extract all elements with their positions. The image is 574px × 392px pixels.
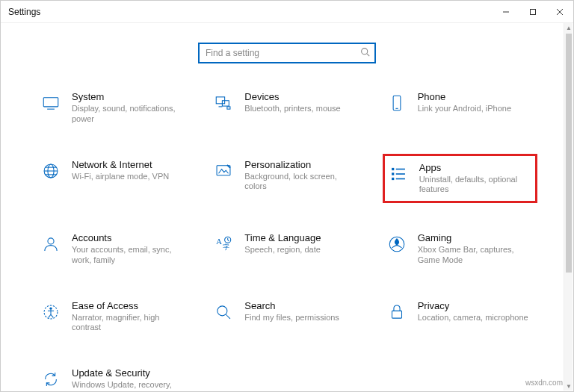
svg-point-26 <box>48 238 54 244</box>
tile-title: System <box>72 91 184 102</box>
window-buttons <box>493 1 573 23</box>
svg-rect-41 <box>392 311 401 318</box>
search-input[interactable] <box>206 48 360 58</box>
vertical-scrollbar[interactable]: ▲ ▼ <box>564 23 573 391</box>
system-icon <box>40 93 61 113</box>
tile-title: Search <box>244 300 339 311</box>
tile-desc: Display, sound, notifications, power <box>72 104 184 125</box>
tile-title: Accounts <box>72 232 184 243</box>
tile-update-security[interactable]: Update & Security Windows Update, recove… <box>37 362 191 391</box>
svg-rect-1 <box>531 9 536 14</box>
scroll-up-arrow[interactable]: ▲ <box>564 23 573 32</box>
settings-home: System Display, sound, notifications, po… <box>1 23 573 391</box>
tile-desc: Bluetooth, printers, mouse <box>244 104 340 114</box>
svg-line-5 <box>367 54 369 56</box>
ease-of-access-icon <box>40 302 61 323</box>
tile-desc: Uninstall, defaults, optional features <box>419 175 531 196</box>
privacy-icon <box>386 302 407 323</box>
svg-rect-19 <box>217 165 230 175</box>
tile-title: Gaming <box>418 232 530 243</box>
svg-point-4 <box>362 49 368 55</box>
svg-point-39 <box>217 305 227 315</box>
tile-ease-of-access[interactable]: Ease of Access Narrator, magnifier, high… <box>37 295 191 339</box>
window-title: Settings <box>8 7 40 17</box>
tile-desc: Narrator, magnifier, high contrast <box>72 313 184 334</box>
personalization-icon <box>213 161 234 181</box>
tile-title: Privacy <box>418 300 528 311</box>
tile-desc: Background, lock screen, colors <box>244 172 357 193</box>
svg-rect-22 <box>392 172 394 175</box>
scroll-thumb[interactable] <box>566 34 572 273</box>
tile-title: Personalization <box>244 159 357 170</box>
tile-desc: Link your Android, iPhone <box>418 104 511 114</box>
svg-line-38 <box>51 314 53 317</box>
tile-gaming[interactable]: Gaming Xbox Game Bar, captures, Game Mod… <box>383 227 537 271</box>
tile-title: Time & Language <box>244 232 321 243</box>
tile-accounts[interactable]: Accounts Your accounts, email, sync, wor… <box>37 227 191 271</box>
watermark: wsxdn.com <box>525 379 563 387</box>
tile-desc: Speech, region, date <box>244 245 321 255</box>
svg-text:A: A <box>217 237 223 246</box>
svg-rect-11 <box>227 107 230 109</box>
tile-system[interactable]: System Display, sound, notifications, po… <box>37 86 191 130</box>
settings-grid: System Display, sound, notifications, po… <box>37 86 537 391</box>
svg-line-37 <box>49 314 51 317</box>
tile-desc: Wi-Fi, airplane mode, VPN <box>72 172 169 182</box>
grid-spacer <box>383 362 537 391</box>
time-language-icon: A字 <box>213 234 234 255</box>
devices-icon <box>213 93 234 113</box>
svg-line-31 <box>228 240 229 241</box>
svg-point-34 <box>49 307 52 309</box>
phone-icon <box>386 93 407 113</box>
svg-rect-6 <box>43 98 58 107</box>
tile-time-language[interactable]: A字 Time & Language Speech, region, date <box>209 227 364 271</box>
minimize-button[interactable] <box>493 1 519 23</box>
maximize-button[interactable] <box>519 1 546 23</box>
tile-devices[interactable]: Devices Bluetooth, printers, mouse <box>209 86 364 130</box>
search-category-icon <box>213 302 234 323</box>
tile-title: Apps <box>419 162 531 173</box>
titlebar: Settings <box>1 1 573 23</box>
settings-window: Settings <box>0 0 574 392</box>
search-box[interactable] <box>198 43 376 63</box>
network-icon <box>40 161 61 181</box>
search-icon <box>360 47 370 59</box>
tile-privacy[interactable]: Privacy Location, camera, microphone <box>383 295 537 339</box>
svg-rect-24 <box>392 177 394 179</box>
tile-desc: Find my files, permissions <box>244 313 339 323</box>
tile-desc: Location, camera, microphone <box>418 313 528 323</box>
search-row <box>23 43 551 63</box>
scroll-down-arrow[interactable]: ▼ <box>564 382 573 391</box>
accounts-icon <box>40 234 61 255</box>
tile-search[interactable]: Search Find my files, permissions <box>209 295 364 339</box>
tile-apps[interactable]: Apps Uninstall, defaults, optional featu… <box>383 154 537 204</box>
tile-title: Phone <box>418 91 511 102</box>
tile-phone[interactable]: Phone Link your Android, iPhone <box>383 86 537 130</box>
grid-spacer <box>209 362 364 391</box>
tile-desc: Your accounts, email, sync, work, family <box>72 245 184 266</box>
svg-rect-20 <box>392 167 394 169</box>
tile-title: Update & Security <box>72 367 184 379</box>
gaming-icon <box>386 234 407 255</box>
tile-title: Devices <box>244 91 340 102</box>
tile-title: Network & Internet <box>72 159 169 170</box>
tile-desc: Xbox Game Bar, captures, Game Mode <box>418 245 530 266</box>
tile-title: Ease of Access <box>72 300 184 311</box>
close-button[interactable] <box>546 1 573 23</box>
update-security-icon <box>40 369 61 390</box>
tile-network[interactable]: Network & Internet Wi-Fi, airplane mode,… <box>37 154 191 204</box>
svg-text:字: 字 <box>223 243 230 251</box>
apps-icon <box>388 164 409 184</box>
svg-line-40 <box>226 314 231 319</box>
tile-personalization[interactable]: Personalization Background, lock screen,… <box>209 154 364 204</box>
tile-desc: Windows Update, recovery, backup <box>72 380 184 391</box>
